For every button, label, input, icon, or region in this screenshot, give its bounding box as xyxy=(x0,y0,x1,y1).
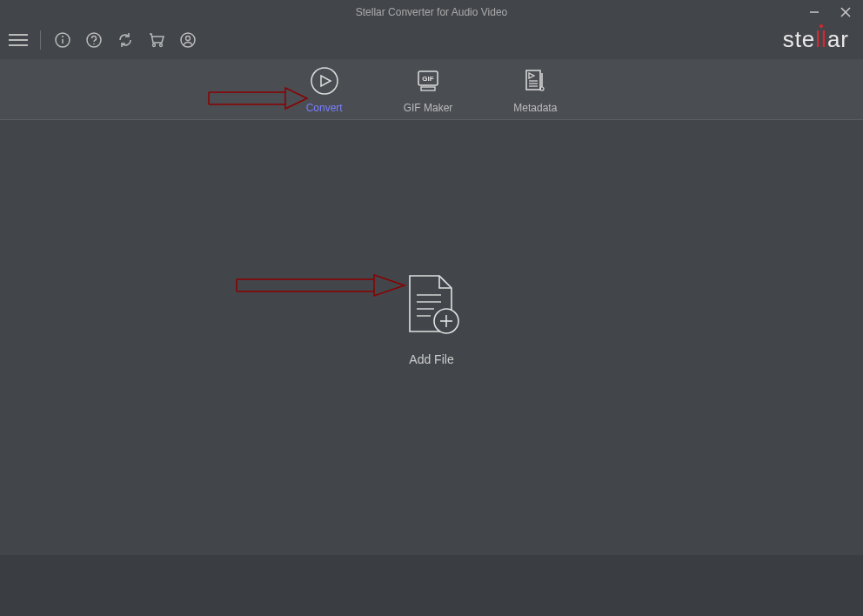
tab-label: GIF Maker xyxy=(404,102,453,114)
minimize-button[interactable] xyxy=(802,0,826,24)
svg-point-7 xyxy=(93,44,95,45)
svg-text:GIF: GIF xyxy=(422,75,433,83)
user-icon[interactable] xyxy=(178,30,197,50)
svg-marker-18 xyxy=(529,73,534,78)
footer-bar xyxy=(0,555,863,616)
toolbar: stellar xyxy=(0,24,863,56)
tab-convert[interactable]: Convert xyxy=(306,65,343,114)
tab-label: Metadata xyxy=(513,102,557,114)
svg-point-11 xyxy=(186,37,191,41)
tab-gif-maker[interactable]: GIF GIF Maker xyxy=(404,65,453,114)
svg-point-6 xyxy=(87,33,101,47)
hamburger-menu-icon[interactable] xyxy=(9,34,28,46)
svg-point-4 xyxy=(62,36,64,37)
svg-point-23 xyxy=(540,87,544,90)
play-circle-icon xyxy=(309,65,340,97)
tab-label: Convert xyxy=(306,102,343,114)
help-icon[interactable] xyxy=(84,30,104,50)
refresh-icon[interactable] xyxy=(116,30,135,50)
tab-row: Convert GIF GIF Maker Metadata xyxy=(0,59,863,120)
cart-icon[interactable] xyxy=(147,30,166,50)
metadata-icon xyxy=(519,65,551,97)
add-file-icon xyxy=(403,274,460,337)
tab-metadata[interactable]: Metadata xyxy=(513,65,557,114)
main-content: Add File xyxy=(0,120,863,555)
info-icon[interactable] xyxy=(53,30,72,50)
divider xyxy=(40,30,41,50)
stellar-logo: stellar xyxy=(783,26,849,53)
svg-point-8 xyxy=(153,44,156,47)
add-file-label: Add File xyxy=(409,352,453,366)
close-button[interactable] xyxy=(833,0,858,24)
title-bar: Stellar Converter for Audio Video xyxy=(0,0,863,24)
svg-rect-16 xyxy=(421,87,435,90)
add-file-button[interactable]: Add File xyxy=(403,274,460,366)
svg-point-9 xyxy=(160,44,163,47)
svg-marker-13 xyxy=(321,76,331,86)
gif-icon: GIF xyxy=(412,65,444,97)
window-title: Stellar Converter for Audio Video xyxy=(356,6,508,18)
svg-point-12 xyxy=(311,68,338,94)
